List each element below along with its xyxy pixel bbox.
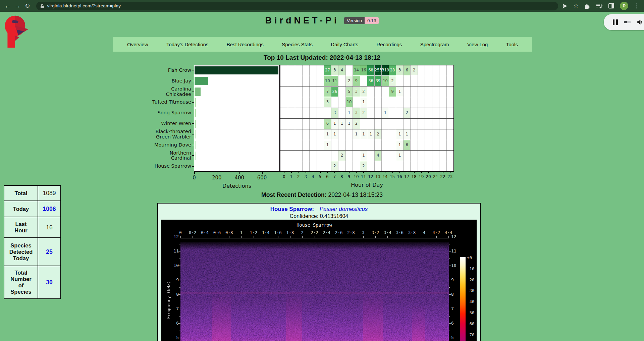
heatmap-row-line: [280, 118, 453, 119]
top10-heading: Top 10 Last Updated: 2022-04-13 18:12: [0, 54, 644, 61]
hour-axis-tick-label: 10: [353, 174, 360, 179]
hour-axis-tick-label: 0: [280, 174, 288, 179]
time-tick-label: 3: [357, 230, 370, 235]
pause-icon[interactable]: [613, 19, 618, 25]
audio-player: [604, 14, 644, 30]
freq-minor-tick: [179, 244, 180, 244]
media-controls-icon[interactable]: [596, 3, 603, 9]
detections-bar: [195, 152, 196, 160]
stats-value[interactable]: 1006: [38, 201, 60, 217]
time-tick: [266, 236, 266, 238]
forward-icon[interactable]: →: [12, 0, 22, 12]
hour-axis-tick-label: 19: [418, 174, 425, 179]
extensions-icon[interactable]: [584, 3, 590, 9]
detection-panel: House Sparrow: Passer domesticus Confide…: [157, 203, 481, 341]
hour-axis-tick: [327, 172, 328, 173]
stats-row-total-number-of-species: Total Number of Species30: [4, 266, 60, 298]
heatmap-cell: 1: [338, 119, 345, 129]
freq-tick: [449, 323, 451, 324]
time-tick-label: 1: [235, 230, 248, 235]
nav-item-view-log[interactable]: View Log: [467, 42, 488, 47]
nav-item-best-recordings[interactable]: Best Recordings: [227, 42, 264, 47]
heatmap-cell: 2: [360, 87, 367, 97]
version-value: 0.13: [365, 17, 379, 24]
nav-item-species-stats[interactable]: Species Stats: [282, 42, 313, 47]
seek-bar[interactable]: [624, 21, 631, 23]
version-badge: Version0.13: [344, 17, 379, 24]
time-tick-label: 3·2: [369, 230, 382, 235]
bookmark-star-icon[interactable]: ☆: [574, 0, 579, 12]
time-tick-label: 2·8: [344, 230, 358, 235]
detections-bar: [195, 77, 208, 85]
freq-minor-tick: [449, 273, 450, 273]
freq-tick: [449, 251, 451, 251]
freq-tick-label-left: 10: [167, 263, 179, 268]
time-tick: [400, 236, 400, 238]
nav-item-today-s-detections[interactable]: Today's Detections: [166, 42, 208, 47]
hour-axis-tick-label: 4: [309, 174, 317, 179]
freq-tick-label-right: 5: [451, 335, 463, 340]
freq-tick: [178, 266, 180, 266]
profile-avatar[interactable]: P: [620, 2, 628, 10]
time-tick-label: 0·4: [198, 230, 212, 235]
heatmap-cell: 1: [346, 119, 353, 129]
send-icon[interactable]: [561, 3, 568, 9]
heatmap-cell: 6: [404, 140, 411, 150]
freq-tick-label-right: 8: [451, 292, 463, 297]
frequency-axis-label: Frequency (kHz): [166, 260, 171, 340]
detection-scientific-name[interactable]: Passer domesticus: [320, 206, 368, 212]
time-tick-label: 4·2: [430, 230, 443, 235]
heatmap-cell: 3: [353, 87, 360, 97]
time-tick: [448, 236, 449, 238]
freq-tick-label-right: 10: [451, 263, 463, 268]
colorbar-tick-label: -50: [467, 310, 475, 315]
hour-axis-tick-label: 21: [432, 174, 439, 179]
heatmap-cell: 1: [360, 129, 367, 139]
freq-tick: [449, 237, 451, 237]
detections-bar: [195, 88, 201, 96]
freq-minor-tick: [449, 287, 450, 288]
freq-minor-tick: [179, 287, 180, 288]
hour-axis-tick-label: 8: [338, 174, 345, 179]
freq-tick-label-right: 7: [451, 306, 463, 311]
time-tick: [180, 236, 181, 238]
nav-item-overview[interactable]: Overview: [127, 42, 148, 47]
hour-axis-tick-label: 11: [360, 174, 367, 179]
stats-value[interactable]: 30: [38, 266, 60, 298]
side-panel-icon[interactable]: [608, 3, 614, 9]
stats-label: Total Number of Species: [4, 266, 38, 298]
hour-axis-tick: [363, 172, 364, 173]
stats-value[interactable]: 25: [38, 238, 60, 266]
back-icon[interactable]: ←: [3, 0, 12, 12]
bar-axis-tick: [262, 172, 263, 174]
colorbar-tick-label: -60: [467, 321, 475, 326]
species-label-northern-cardinal: Northern Cardinal: [127, 151, 191, 161]
menu-icon[interactable]: ⋮: [634, 0, 639, 12]
heatmap-cell: 2: [360, 108, 367, 118]
time-tick-label: 1·8: [283, 230, 297, 235]
hour-axis-tick-label: 7: [331, 174, 338, 179]
colorbar-tick-label: -20: [467, 277, 475, 282]
heatmap-cell: 2: [360, 161, 367, 171]
nav-item-spectrogram[interactable]: Spectrogram: [420, 42, 449, 47]
species-label-carolina-chickadee: Carolina Chickadee: [127, 87, 191, 97]
reload-icon[interactable]: ↻: [22, 0, 32, 12]
detections-bar: [195, 66, 278, 75]
freq-tick-label-right: 9: [451, 277, 463, 282]
heatmap-cell: 1: [353, 129, 360, 139]
heatmap-cell: 3: [331, 108, 338, 118]
nav-item-tools[interactable]: Tools: [506, 42, 518, 47]
freq-minor-tick: [449, 302, 450, 302]
nav-item-daily-charts[interactable]: Daily Charts: [331, 42, 358, 47]
volume-icon[interactable]: [636, 19, 643, 25]
nav-item-recordings[interactable]: Recordings: [376, 42, 402, 47]
hour-axis-tick: [349, 172, 349, 173]
hour-axis-tick: [313, 172, 313, 173]
birdnet-logo: [3, 14, 35, 48]
hour-axis-tick: [378, 172, 378, 173]
address-bar[interactable]: virginia.birdnetpi.com/?stream=play: [36, 2, 558, 10]
freq-tick-label-left: 6: [167, 321, 179, 326]
freq-minor-tick: [179, 302, 180, 302]
freq-minor-tick: [449, 259, 450, 259]
detection-common-name[interactable]: House Sparrow:: [270, 206, 314, 212]
